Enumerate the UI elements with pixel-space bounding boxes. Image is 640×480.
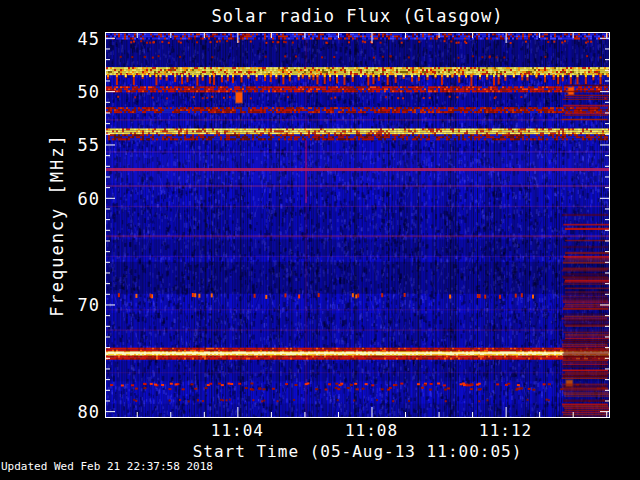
plot-frame: [105, 32, 610, 418]
y-axis-title: Frequency [MHz]: [47, 133, 67, 317]
updated-timestamp: Updated Wed Feb 21 22:37:58 2018: [1, 460, 213, 473]
x-tick-label-1104: 11:04: [197, 421, 277, 440]
y-tick-label-45: 45: [60, 29, 100, 49]
solar-radio-flux-page: Solar radio Flux (Glasgow) 455055607080 …: [0, 0, 640, 480]
y-tick-label-80: 80: [60, 402, 100, 422]
x-tick-label-1112: 11:12: [466, 421, 546, 440]
chart-title: Solar radio Flux (Glasgow): [106, 6, 609, 26]
x-axis-title: Start Time (05-Aug-13 11:00:05): [106, 442, 609, 461]
y-tick-label-50: 50: [60, 82, 100, 102]
x-tick-label-1108: 11:08: [331, 421, 411, 440]
spectrogram-canvas: [106, 33, 609, 417]
